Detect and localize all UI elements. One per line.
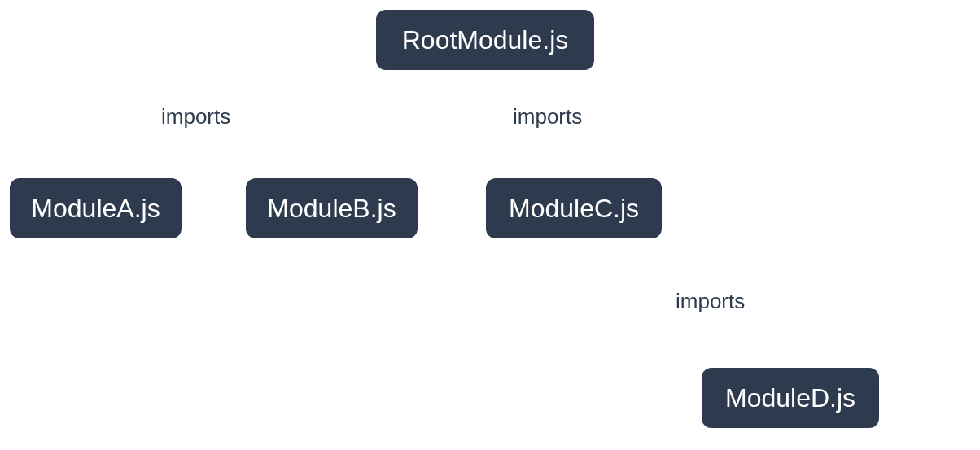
node-module-c: ModuleC.js (484, 177, 663, 240)
edge-label-imports-cd: imports (676, 289, 745, 314)
node-label: ModuleD.js (725, 383, 855, 413)
node-module-b: ModuleB.js (244, 177, 419, 240)
node-module-d: ModuleD.js (700, 366, 881, 430)
node-root-module: RootModule.js (374, 8, 596, 72)
node-label: ModuleA.js (31, 194, 160, 224)
edge-label-imports-right: imports (513, 104, 582, 129)
node-module-a: ModuleA.js (8, 177, 183, 240)
node-label: ModuleB.js (267, 194, 396, 224)
node-label: ModuleC.js (509, 194, 639, 224)
edge-label-imports-left: imports (161, 104, 230, 129)
node-label: RootModule.js (402, 25, 569, 55)
